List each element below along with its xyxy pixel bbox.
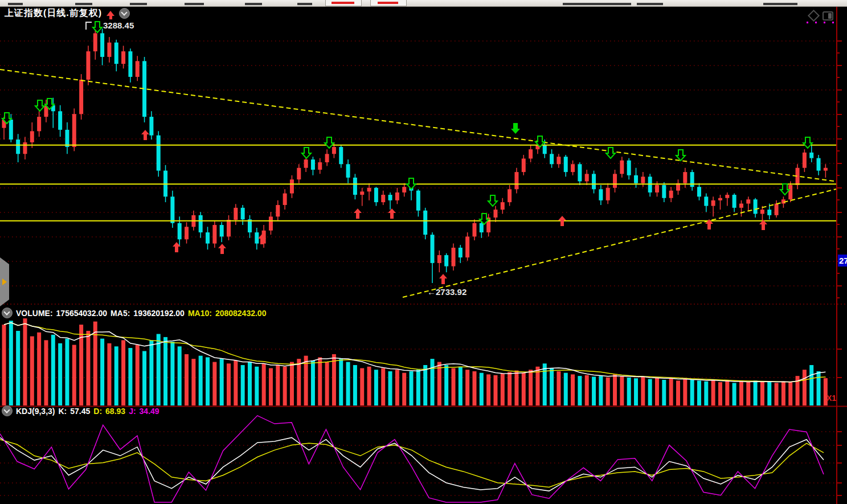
toolbar-button-label-fragment <box>378 2 398 4</box>
left-panel-handle[interactable] <box>0 257 9 306</box>
d-value: 68.93 <box>105 407 125 416</box>
toolbar-fragment <box>763 3 797 5</box>
toolbar-fragment <box>185 3 204 5</box>
candlesticks-layer <box>2 26 828 283</box>
kdj-lines-layer <box>0 416 824 502</box>
k-value: 57.45 <box>70 407 90 416</box>
axis-price-badge: 27 <box>838 255 847 267</box>
volume-value: 175654032.00 <box>56 309 108 318</box>
low-price-annotation: ←2733.92 <box>427 287 467 297</box>
kdj-label: KDJ(9,3,3) <box>16 407 55 416</box>
toolbar-button-label-fragment <box>332 2 354 4</box>
toolbar-fragment <box>637 3 663 5</box>
toolbar-fragment <box>563 3 631 5</box>
kdj-gridlines <box>0 432 842 495</box>
ma10-label: MA10: <box>188 309 212 318</box>
toolbar-fragment <box>8 3 23 5</box>
volume-bars-layer <box>2 318 828 405</box>
toolbar-fragment <box>245 3 262 5</box>
volume-pane-header: VOLUME: 175654032.00 MA5: 193620192.00 M… <box>2 308 266 318</box>
ma10-value: 208082432.00 <box>215 309 267 318</box>
high-pointer-mark <box>85 22 92 30</box>
drawn-lines-layer <box>0 69 837 297</box>
j-value: 34.49 <box>140 407 159 416</box>
expand-right-icon <box>2 278 7 285</box>
j-label: J: <box>129 407 136 416</box>
kdj-pane-header: KDJ(9,3,3) K: 57.45 D: 68.93 J: 34.49 <box>2 405 159 416</box>
symbol-title: 上证指数(日线.前复权) <box>5 7 102 19</box>
toolbar-button[interactable] <box>325 0 362 6</box>
ma5-label: MA5: <box>111 309 130 318</box>
toolbar-fragment <box>297 3 312 5</box>
collapse-volume-icon[interactable] <box>2 308 13 318</box>
app-toolbar <box>0 0 847 7</box>
magenta-dot <box>815 22 817 23</box>
axis-x1-label: X1 <box>826 394 836 403</box>
volume-label: VOLUME: <box>16 309 53 318</box>
up-arrow-icon <box>107 11 114 16</box>
magenta-dot <box>824 22 825 23</box>
magenta-dot <box>807 22 808 23</box>
left-arrow-glyph: ← <box>427 287 436 297</box>
high-price-annotation: 3288.45 <box>103 21 134 30</box>
collapse-kdj-icon[interactable] <box>2 405 13 416</box>
magenta-dot <box>832 22 834 23</box>
volume-gridlines <box>0 349 842 378</box>
main-chart-title-row: 上证指数(日线.前复权) <box>5 7 130 19</box>
toolbar-fragment <box>75 3 92 5</box>
d-label: D: <box>93 407 102 416</box>
trading-app-window: { "main": { "title": "上证指数(日线.前复权)", "hi… <box>0 0 847 504</box>
chart-canvas[interactable] <box>0 0 847 504</box>
k-label: K: <box>58 407 67 416</box>
collapse-main-icon[interactable] <box>119 8 130 19</box>
ma5-value: 193620192.00 <box>133 309 185 318</box>
panel-layout-icon[interactable] <box>823 11 833 21</box>
main-gridlines <box>0 41 847 304</box>
toolbar-fragment <box>130 3 147 5</box>
toolbar-button[interactable] <box>370 0 407 6</box>
